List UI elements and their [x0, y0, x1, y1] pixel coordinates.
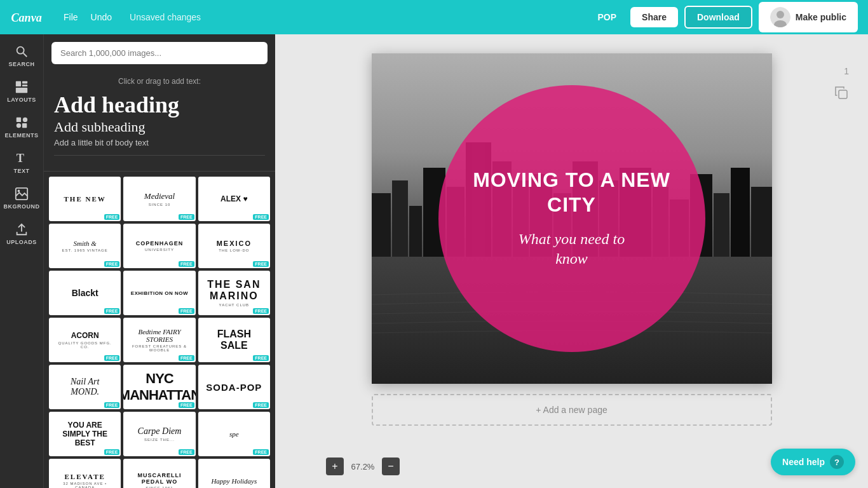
free-badge: FREE: [253, 261, 269, 267]
font-label: Bedtime FAIRY STORIES: [130, 328, 189, 343]
copy-icon[interactable]: [834, 85, 849, 103]
add-heading[interactable]: Add heading: [54, 93, 265, 116]
font-sublabel: YACHT CLUB: [219, 303, 249, 307]
font-label: Happy Holidays: [211, 477, 257, 485]
font-sublabel: FOREST CREATURES & WOOBLE: [130, 344, 189, 352]
layouts-icon: [15, 80, 29, 94]
font-label: spe: [229, 430, 239, 438]
svg-point-11: [23, 118, 27, 122]
font-item[interactable]: EXHIBITION ON NOWFREE: [123, 271, 195, 315]
add-body-text[interactable]: Add a little bit of body text: [54, 138, 265, 147]
font-item[interactable]: THE SAN MARINOYACHT CLUBFREE: [198, 271, 270, 315]
font-item[interactable]: Smith &EST. 1965 VINTAGEFREE: [49, 224, 121, 268]
font-item[interactable]: ALEX ♥FREE: [198, 177, 270, 221]
font-label: YOU ARE SIMPLY THE BEST: [55, 421, 114, 447]
panel: Click or drag to add text: Add heading A…: [43, 34, 275, 488]
need-help-button[interactable]: Need help ?: [771, 449, 855, 475]
font-sublabel: 32 MADISON AVE • CANADA: [55, 482, 114, 488]
svg-text:Canva: Canva: [11, 11, 42, 24]
download-button[interactable]: Download: [684, 6, 752, 29]
font-item[interactable]: THE NEWFREE: [49, 177, 121, 221]
font-label: Carpe Diem: [138, 426, 182, 437]
zoom-bar: + 67.2% −: [326, 458, 400, 475]
search-icon: [15, 44, 29, 58]
font-item[interactable]: Nail Art MOND.FREE: [49, 365, 121, 409]
free-badge: FREE: [104, 402, 120, 408]
font-sublabel: UNIVERSITY: [145, 248, 174, 252]
sidebar-item-elements[interactable]: ELEMENTS: [1, 111, 42, 144]
font-item[interactable]: speFREE: [198, 412, 270, 456]
sidebar-background-label: BKGROUND: [4, 203, 40, 210]
font-item[interactable]: BlacktFREE: [49, 271, 121, 315]
font-item[interactable]: MedievalSINCE 10FREE: [123, 177, 195, 221]
sidebar-item-uploads[interactable]: UPLOADS: [1, 217, 42, 250]
free-badge: FREE: [253, 355, 269, 361]
share-button[interactable]: Share: [630, 7, 678, 27]
add-subheading[interactable]: Add subheading: [54, 119, 265, 135]
font-sublabel: SINCE 10: [149, 203, 171, 207]
font-item[interactable]: FLASH SALEFREE: [198, 318, 270, 362]
panel-search: [44, 34, 275, 72]
free-badge: FREE: [179, 355, 194, 361]
font-label: MUSCARELLI PEDAL WO: [130, 472, 189, 485]
help-icon: ?: [830, 455, 844, 469]
file-menu[interactable]: File: [58, 10, 83, 25]
sidebar-item-layouts[interactable]: LAYOUTS: [1, 75, 42, 108]
svg-rect-7: [22, 81, 27, 84]
font-item[interactable]: COPENHAGENUNIVERSITYFREE: [123, 224, 195, 268]
make-public-label: Make public: [796, 12, 846, 22]
font-item[interactable]: ACORNQUALITY GOODS MFG. CO.FREE: [49, 318, 121, 362]
uploads-icon: [15, 222, 29, 236]
need-help-label: Need help: [782, 457, 825, 467]
svg-point-16: [18, 190, 20, 193]
pink-circle-overlay: MOVING TO A NEW CITY What you need to kn…: [438, 85, 705, 352]
svg-text:T: T: [17, 152, 24, 165]
undo-button[interactable]: Undo: [86, 10, 117, 25]
font-item[interactable]: ELEVATE32 MADISON AVE • CANADA: [49, 459, 121, 488]
font-label: THE SAN MARINO: [205, 279, 264, 302]
canvas-page[interactable]: MOVING TO A NEW CITY What you need to kn…: [372, 53, 772, 384]
free-badge: FREE: [179, 214, 194, 220]
zoom-level: 67.2%: [349, 462, 377, 471]
font-label: Blackt: [72, 288, 98, 298]
pop-button[interactable]: POP: [590, 8, 624, 26]
add-page-label: + Add a new page: [536, 405, 607, 415]
sidebar-item-text[interactable]: T TEXT: [1, 146, 42, 179]
font-item[interactable]: Carpe DiemSeize the...FREE: [123, 412, 195, 456]
svg-point-12: [17, 123, 21, 128]
font-label: FLASH SALE: [205, 329, 264, 351]
search-input[interactable]: [51, 42, 268, 64]
font-item[interactable]: Happy HolidaysFREE: [198, 459, 270, 488]
avatar: [770, 7, 790, 27]
font-item[interactable]: MEXICOTHE LOW-DOFREE: [198, 224, 270, 268]
canvas-title: MOVING TO A NEW CITY: [464, 168, 680, 217]
font-sublabel: EST. 1965 VINTAGE: [62, 248, 108, 252]
make-public-button[interactable]: Make public: [759, 2, 858, 32]
sidebar-uploads-label: UPLOADS: [6, 239, 37, 245]
free-badge: FREE: [104, 355, 120, 361]
add-new-page[interactable]: + Add a new page: [372, 394, 772, 426]
font-label: Medieval: [144, 191, 175, 201]
zoom-in-button[interactable]: +: [326, 458, 344, 475]
font-label: ALEX ♥: [220, 194, 247, 203]
text-icon: T: [15, 151, 29, 165]
free-badge: FREE: [104, 449, 120, 455]
svg-rect-10: [17, 118, 21, 122]
font-item[interactable]: MUSCARELLI PEDAL WOSINCE 1961FREE: [123, 459, 195, 488]
svg-rect-9: [16, 88, 27, 93]
sidebar-item-search[interactable]: SEARCH: [1, 39, 42, 72]
font-grid: THE NEWFREEMedievalSINCE 10FREEALEX ♥FRE…: [44, 172, 275, 488]
font-item[interactable]: YOU ARE SIMPLY THE BESTFREE: [49, 412, 121, 456]
font-item[interactable]: Bedtime FAIRY STORIESFOREST CREATURES & …: [123, 318, 195, 362]
canva-logo[interactable]: Canva: [10, 8, 48, 27]
zoom-out-button[interactable]: −: [382, 458, 400, 475]
svg-point-2: [776, 11, 784, 18]
canvas-subtitle: What you need to know: [519, 229, 625, 269]
svg-point-4: [17, 47, 24, 54]
font-item[interactable]: NYC MANHATTANFREE: [123, 365, 195, 409]
canvas-area: 1: [275, 34, 868, 488]
font-item[interactable]: SODA-POPFREE: [198, 365, 270, 409]
free-badge: FREE: [104, 261, 120, 267]
sidebar-item-background[interactable]: BKGROUND: [1, 182, 42, 215]
font-sublabel: QUALITY GOODS MFG. CO.: [55, 341, 114, 349]
